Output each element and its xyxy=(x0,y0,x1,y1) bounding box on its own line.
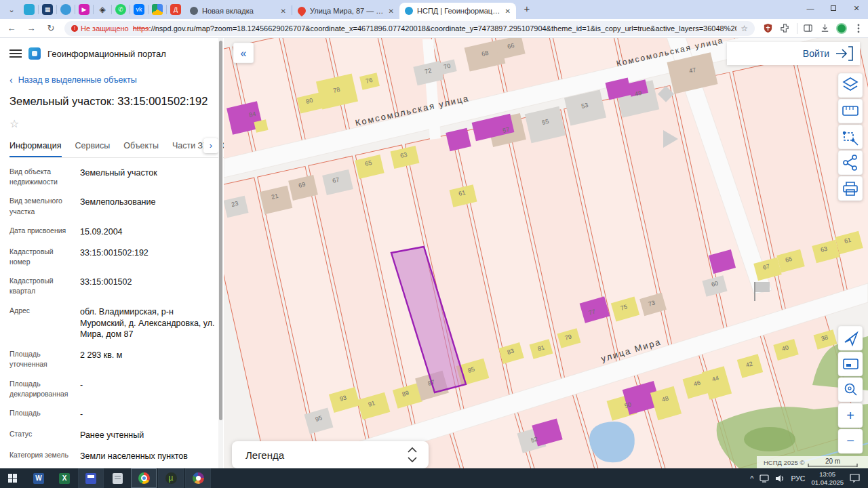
pinned-tab-messenger-icon[interactable] xyxy=(60,4,71,15)
taskbar-app-blue-icon[interactable] xyxy=(78,468,104,488)
tab-new-tab[interactable]: Новая вкладка ✕ xyxy=(184,3,292,19)
field-value: Ранее учтенный xyxy=(80,429,144,441)
window-controls: — ✕ xyxy=(799,0,868,16)
new-tab-button[interactable]: + xyxy=(519,1,535,18)
forward-button[interactable]: → xyxy=(23,20,39,37)
minus-icon: − xyxy=(846,433,854,448)
back-to-selected-link[interactable]: ‹ Назад в выделенные объекты xyxy=(9,75,224,85)
tab-services[interactable]: Сервисы xyxy=(75,141,111,157)
tab-title: Новая вкладка xyxy=(202,7,277,15)
chevron-left-icon: ‹ xyxy=(9,75,13,85)
pinned-tab-drive-icon[interactable] xyxy=(152,4,163,15)
tabs-scroll-right-icon[interactable]: › xyxy=(203,138,218,153)
volume-icon[interactable] xyxy=(775,474,785,483)
pinned-tab-globe-icon[interactable] xyxy=(24,4,35,15)
zoom-in-button[interactable]: + xyxy=(838,403,863,428)
field-label: Площадь декларированная xyxy=(9,379,80,399)
downloads-icon[interactable] xyxy=(817,21,832,36)
pinned-tab-vk-icon[interactable]: vk xyxy=(134,4,144,15)
pinned-tab-dzen-icon[interactable]: Д xyxy=(170,4,181,15)
favorite-star-icon[interactable]: ☆ xyxy=(9,117,224,130)
portal-title: Геоинформационный портал xyxy=(47,49,166,59)
security-label[interactable]: Не защищено xyxy=(81,24,129,33)
field-value: 33:15:001502 xyxy=(80,276,132,296)
profile-avatar[interactable] xyxy=(834,21,849,36)
print-button[interactable] xyxy=(838,176,863,201)
field-label: Вид земельного участка xyxy=(9,196,80,216)
field-value: - xyxy=(80,408,83,420)
tab-search-icon[interactable]: ⌄ xyxy=(4,3,19,16)
locate-button[interactable] xyxy=(838,326,863,350)
tab-favicon-pin xyxy=(296,5,308,17)
field-value: Землепользование xyxy=(80,196,155,216)
taskbar-excel-icon[interactable]: X xyxy=(52,468,77,488)
search-coordinates-button[interactable] xyxy=(838,378,863,402)
field-value: - xyxy=(80,379,83,399)
taskbar-app-gray-icon[interactable] xyxy=(104,468,130,488)
field-label: Вид объекта недвижимости xyxy=(9,167,80,187)
login-label[interactable]: Войти xyxy=(803,48,829,59)
field-label: Адрес xyxy=(9,306,80,341)
login-bar[interactable]: Войти xyxy=(727,42,860,65)
map-copyright: НСПД 2025 © xyxy=(764,459,804,466)
reload-button[interactable]: ↻ xyxy=(43,20,59,37)
tab-close-icon[interactable]: ✕ xyxy=(505,7,511,15)
url-text[interactable]: https://nspd.gov.ru/map?zoom=18.12456629… xyxy=(133,24,737,33)
scale-label: 20 m xyxy=(825,458,840,465)
clock[interactable]: 13:0501.04.2025 xyxy=(811,470,844,487)
zoom-out-button[interactable]: − xyxy=(838,429,863,453)
field-label: Кадастровый квартал xyxy=(9,276,80,296)
tab-information[interactable]: Информация xyxy=(9,141,62,157)
address-bar[interactable]: ! Не защищено https://nspd.gov.ru/map?zo… xyxy=(64,21,755,36)
pinned-tab-whatsapp-icon[interactable]: ✆ xyxy=(115,4,126,15)
layers-button[interactable] xyxy=(838,73,863,98)
collapse-sidebar-button[interactable]: « xyxy=(233,43,254,63)
taskbar-picasa-icon[interactable] xyxy=(185,468,211,488)
language-indicator[interactable]: РУС xyxy=(791,474,805,483)
ruler-button[interactable] xyxy=(838,99,863,123)
taskbar-utorrent-icon[interactable]: µ xyxy=(158,468,184,488)
clock-time: 13:05 xyxy=(819,470,835,478)
tab-nspd-active[interactable]: НСПД | Геоинформационный ✕ xyxy=(399,3,516,19)
parcel-title: Земельный участок: 33:15:001502:192 xyxy=(9,95,224,108)
notifications-icon[interactable] xyxy=(850,474,860,483)
field-value: обл. Владимирская, р-н Муромский, д. Але… xyxy=(80,306,216,341)
side-panel-icon[interactable] xyxy=(800,21,815,36)
map-canvas[interactable]: 84 80 78 76 72 70 68 66 53 55 57 49 47 2… xyxy=(224,38,868,468)
start-button[interactable] xyxy=(0,468,26,488)
menu-hamburger-icon[interactable] xyxy=(9,49,22,58)
browser-tabstrip: ⌄ ▦ ▶ ◈ ✆ vk Д Новая вкладка ✕ Улица Мир… xyxy=(0,0,868,19)
tab-close-icon[interactable]: ✕ xyxy=(389,7,394,15)
minimap-button[interactable] xyxy=(838,352,863,376)
legend-bar[interactable]: Легенда xyxy=(232,441,429,468)
tab-favicon xyxy=(190,7,198,15)
network-icon[interactable] xyxy=(760,474,769,483)
close-button[interactable]: ✕ xyxy=(845,0,868,16)
restore-button[interactable] xyxy=(822,0,845,16)
pinned-tab-grid-icon[interactable]: ▦ xyxy=(42,4,53,15)
back-button[interactable]: ← xyxy=(3,20,20,37)
tab-yandex-maps[interactable]: Улица Мира, 87 — Яндекс Ка ✕ xyxy=(292,3,399,19)
pinned-tab-play-icon[interactable]: ▶ xyxy=(79,4,90,15)
sidebar-tabs: Информация Сервисы Объекты Части ЗУ Сост… xyxy=(9,141,224,158)
extensions-puzzle-icon[interactable] xyxy=(777,21,792,36)
share-button[interactable] xyxy=(838,150,863,175)
tray-expand-icon[interactable]: ^ xyxy=(750,474,753,483)
field-value: 2 293 кв. м xyxy=(80,349,122,369)
adblock-shield-icon[interactable] xyxy=(760,21,775,36)
minimize-button[interactable]: — xyxy=(799,0,822,16)
taskbar-chrome-icon[interactable] xyxy=(131,468,157,488)
tab-title: НСПД | Геоинформационный xyxy=(417,7,501,15)
pinned-tab-diamond-icon[interactable]: ◈ xyxy=(97,4,108,15)
tab-objects[interactable]: Объекты xyxy=(123,141,159,157)
field-value: 33:15:001502:192 xyxy=(80,247,149,267)
bookmark-star-icon[interactable]: ☆ xyxy=(741,24,748,33)
select-area-button[interactable] xyxy=(838,125,863,149)
clock-date: 01.04.2025 xyxy=(811,479,844,486)
tab-close-icon[interactable]: ✕ xyxy=(281,7,286,15)
field-value: Земли населенных пунктов xyxy=(80,450,188,462)
taskbar-word-icon[interactable]: W xyxy=(26,468,52,488)
menu-kebab-icon[interactable] xyxy=(851,21,866,36)
sidebar-scrollbar[interactable] xyxy=(218,38,223,468)
sidebar: Геоинформационный портал ‹ Назад в выдел… xyxy=(0,38,224,468)
